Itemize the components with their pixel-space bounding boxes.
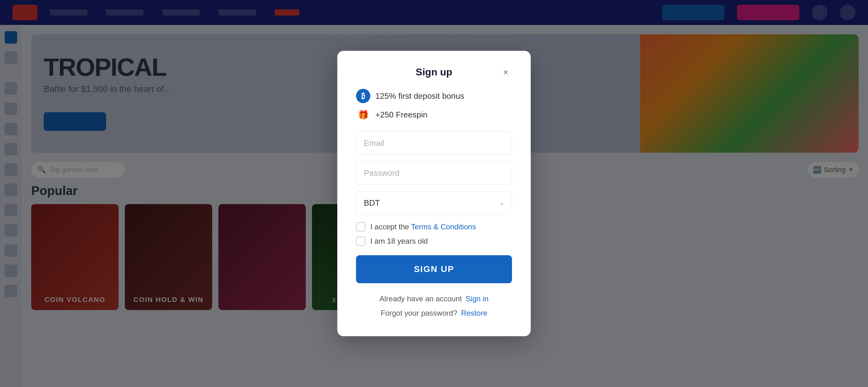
terms-checkbox[interactable] [356,222,365,232]
password-field-group [356,161,512,185]
modal-footer: Already have an account Sign in Forgot y… [356,294,512,318]
modal-close-button[interactable]: × [499,66,512,78]
currency-select[interactable]: BDT USD EUR GBP BTC ETH [356,191,512,215]
signin-row: Already have an account Sign in [379,294,489,303]
currency-wrapper: BDT USD EUR GBP BTC ETH ⌄ [356,191,512,215]
promo-freespin: 🎁 +250 Freespin [356,107,512,122]
restore-link[interactable]: Restore [461,309,487,318]
promo-bonus: ₿ 125% first deposit bonus [356,89,512,103]
bitcoin-icon: ₿ [356,89,370,103]
age-checkbox[interactable] [356,237,365,246]
signin-link[interactable]: Sign in [466,294,488,303]
forgot-password-row: Forgot your password? Restore [381,309,487,318]
terms-label: I accept the Terms & Conditions [370,222,476,231]
terms-checkbox-row: I accept the Terms & Conditions [356,222,512,232]
terms-link[interactable]: Terms & Conditions [411,222,476,231]
signup-modal: Sign up × ₿ 125% first deposit bonus 🎁 +… [337,51,531,336]
signup-button[interactable]: SIGN UP [356,255,512,283]
promo-items: ₿ 125% first deposit bonus 🎁 +250 Freesp… [356,89,512,122]
gift-icon: 🎁 [356,107,370,122]
email-field-group [356,131,512,155]
email-input[interactable] [356,131,512,155]
password-input[interactable] [356,161,512,185]
checkboxes-group: I accept the Terms & Conditions I am 18 … [356,222,512,246]
modal-title: Sign up [415,66,452,78]
age-checkbox-row: I am 18 years old [356,237,512,246]
age-label: I am 18 years old [370,237,428,246]
modal-header: Sign up × [356,66,512,78]
